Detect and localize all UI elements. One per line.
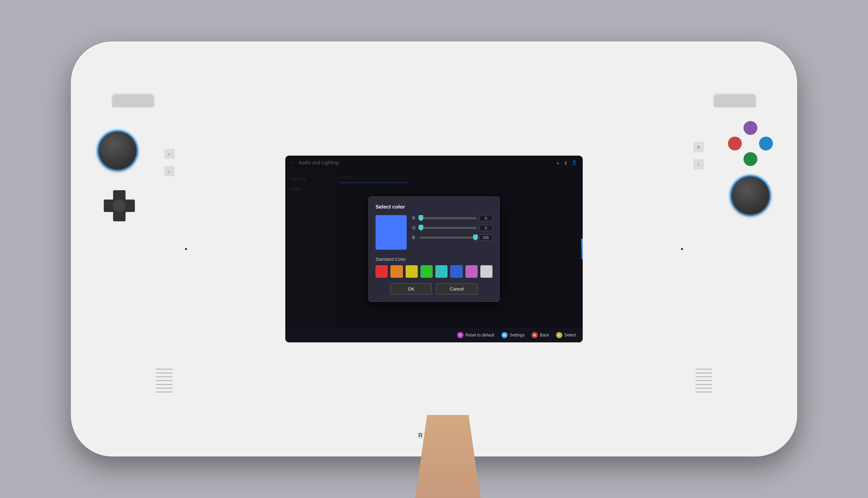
ok-button[interactable]: OK <box>390 283 432 295</box>
settings-btn[interactable]: M Settings <box>501 332 525 338</box>
color-picker-top: R 0 G <box>376 215 492 250</box>
dialog-buttons: OK Cancel <box>376 283 492 295</box>
back-btn[interactable]: B Back <box>532 332 549 338</box>
small-btn-right-1[interactable]: ⊞ <box>693 142 704 152</box>
color-dialog: Select color R 0 <box>368 196 500 302</box>
face-btn-b[interactable] <box>759 137 773 150</box>
right-bumper[interactable] <box>714 95 756 107</box>
dpad[interactable] <box>104 190 135 221</box>
right-joystick[interactable] <box>731 176 769 214</box>
swatch-red[interactable] <box>376 265 388 278</box>
m-button-icon: M <box>501 332 508 338</box>
g-label: G <box>412 225 417 230</box>
left-bumper[interactable] <box>112 95 154 107</box>
color-swatches <box>376 265 492 278</box>
handheld-device: ▷ ▷ ⊞ ◇ ← Audio and Lighting ▲ ▮ 👤 Light… <box>71 42 797 456</box>
g-slider-row: G 0 <box>412 225 492 231</box>
a-button-icon: A <box>556 332 562 338</box>
b-slider-track[interactable] <box>420 237 477 239</box>
small-btn-left-1[interactable]: ▷ <box>164 149 175 159</box>
accent-bar <box>581 239 583 259</box>
back-label: Back <box>540 333 549 338</box>
g-slider-track[interactable] <box>420 227 477 229</box>
swatch-cyan[interactable] <box>435 265 447 278</box>
dialog-title: Select color <box>376 204 492 210</box>
swatch-white[interactable] <box>480 265 492 278</box>
reset-to-default-btn[interactable]: Y Reset to default <box>457 332 495 338</box>
modal-overlay: Select color R 0 <box>285 156 583 342</box>
bezel-dot-right <box>681 248 683 250</box>
standard-color-section: Standard Color <box>376 257 492 278</box>
swatch-green[interactable] <box>421 265 433 278</box>
b-slider-row: B 255 <box>412 234 492 241</box>
face-btn-a[interactable] <box>744 152 757 166</box>
bottom-bar: Y Reset to default M Settings B Back A S… <box>285 328 583 342</box>
small-btn-right-2[interactable]: ◇ <box>693 159 704 169</box>
y-button-icon: Y <box>457 332 463 338</box>
r-slider-track[interactable] <box>420 217 477 219</box>
face-buttons <box>728 121 773 166</box>
left-joystick[interactable] <box>99 131 137 169</box>
swatch-orange[interactable] <box>390 265 403 278</box>
b-button-icon: B <box>532 332 538 338</box>
standard-color-title: Standard Color <box>376 257 492 262</box>
r-value[interactable]: 0 <box>479 215 492 221</box>
speaker-left <box>154 360 175 401</box>
finger <box>413 415 482 498</box>
screen: ← Audio and Lighting ▲ ▮ 👤 Lighting Audi… <box>285 156 583 342</box>
b-label: B <box>412 235 417 240</box>
face-btn-y[interactable] <box>744 121 757 135</box>
r-label: R <box>412 216 417 221</box>
small-btn-left-2[interactable]: ▷ <box>164 166 175 176</box>
r-slider-row: R 0 <box>412 215 492 221</box>
select-btn[interactable]: A Select <box>556 332 576 338</box>
sliders-area: R 0 G <box>412 215 492 250</box>
speaker-right <box>693 360 714 401</box>
g-value[interactable]: 0 <box>479 225 492 231</box>
b-value[interactable]: 255 <box>479 234 492 241</box>
face-btn-x[interactable] <box>728 137 742 150</box>
color-preview-box <box>376 215 407 250</box>
swatch-blue[interactable] <box>450 265 462 278</box>
reset-label: Reset to default <box>465 333 495 338</box>
swatch-yellow[interactable] <box>406 265 418 278</box>
settings-label: Settings <box>510 333 525 338</box>
select-label: Select <box>564 333 576 338</box>
cancel-button[interactable]: Cancel <box>436 283 478 295</box>
swatch-purple[interactable] <box>465 265 478 278</box>
bezel-dot-left <box>185 248 187 250</box>
